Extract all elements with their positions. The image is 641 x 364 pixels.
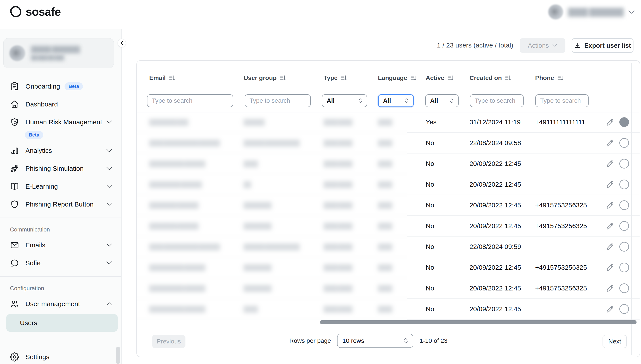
sidebar-item-user-management[interactable]: User management — [0, 295, 121, 313]
select-caret-icon — [450, 98, 454, 104]
horizontal-scrollbar-thumb[interactable] — [320, 320, 636, 324]
row-radio-unselected[interactable] — [619, 159, 629, 168]
column-header-phone[interactable]: Phone — [535, 74, 564, 82]
table-row[interactable]: ██████████ ██████████████ ████████No20/0… — [137, 154, 640, 174]
row-radio-unselected[interactable] — [619, 200, 629, 210]
next-page-button[interactable]: Next — [602, 335, 627, 348]
company-meta-redacted: ██ ███ ██ ███ — [31, 55, 80, 60]
sidebar-item-analytics[interactable]: Analytics — [0, 142, 121, 160]
row-select — [619, 216, 629, 236]
column-header-language[interactable]: Language — [378, 74, 417, 82]
sidebar-item-e-learning[interactable]: E-Learning — [0, 177, 121, 195]
previous-page-button[interactable]: Previous — [152, 335, 186, 348]
sidebar-item-sofie[interactable]: Sofie — [0, 254, 121, 272]
sidebar-item-users[interactable]: Users — [6, 314, 118, 332]
account-menu[interactable]: ████ ███████ — [548, 4, 635, 20]
table-row[interactable]: ██████████ ██████████████ ████████No20/0… — [137, 299, 640, 320]
sidebar-item-onboarding[interactable]: Onboarding Beta — [0, 77, 121, 95]
cell-user-group-redacted: ████ — [244, 154, 257, 174]
column-header-email[interactable]: Email — [149, 74, 176, 82]
sort-icon[interactable] — [169, 75, 176, 81]
cell-created-on: 22/08/2024 09:59 — [469, 236, 521, 257]
sidebar-scrollbar-thumb[interactable] — [116, 347, 120, 364]
filter-search-input-created-on[interactable] — [475, 97, 519, 104]
table-row[interactable]: ████████ ██████████████████ ████████No20… — [137, 195, 640, 216]
row-radio-unselected[interactable] — [619, 221, 629, 231]
sidebar-nav: Onboarding Beta Dashboard Human Risk Man… — [0, 77, 121, 332]
actions-button[interactable]: Actions — [520, 38, 565, 53]
sidebar-item-phishing-simulation[interactable]: Phishing Simulation — [0, 160, 121, 177]
sidebar-item-label: Settings — [26, 353, 49, 361]
filter-select-type[interactable]: All — [322, 94, 367, 107]
edit-user-button[interactable] — [606, 180, 614, 189]
filter-search-input-email[interactable] — [152, 97, 228, 104]
filter-search-input-user-group[interactable] — [250, 97, 306, 104]
sidebar-divider — [0, 218, 121, 218]
sidebar-collapse-button[interactable] — [118, 39, 126, 47]
shield-search-icon — [10, 118, 19, 127]
row-radio-selected[interactable] — [619, 117, 629, 127]
sort-icon[interactable] — [280, 75, 286, 81]
row-radio-unselected[interactable] — [619, 262, 629, 272]
shield-icon — [10, 200, 19, 209]
cell-created-on: 20/09/2022 12:45 — [469, 174, 521, 194]
table-row[interactable]: ██████████ ██████████████████ ████████No… — [137, 257, 640, 278]
sidebar-item-settings[interactable]: Settings — [0, 348, 121, 364]
cell-active: No — [426, 299, 434, 319]
row-radio-unselected[interactable] — [619, 180, 629, 189]
cell-language-redacted: ████ — [378, 133, 392, 153]
export-user-list-button[interactable]: Export user list — [571, 38, 633, 53]
column-header-active[interactable]: Active — [426, 74, 454, 82]
cell-language-redacted: ████ — [378, 257, 392, 278]
table-row[interactable]: ████████ █████████████ ████████Yes31/12/… — [137, 112, 640, 133]
sort-icon[interactable] — [341, 75, 347, 81]
edit-user-button[interactable] — [606, 118, 614, 126]
row-radio-unselected[interactable] — [619, 284, 629, 293]
filter-search-user-group[interactable] — [245, 94, 311, 107]
column-header-created-on[interactable]: Created on — [469, 74, 511, 82]
edit-user-button[interactable] — [606, 242, 614, 251]
sidebar-item-phishing-report-button[interactable]: Phishing Report Button — [0, 195, 121, 213]
edit-user-button[interactable] — [606, 305, 614, 313]
table-row[interactable]: █████████ ████████████ ████████No20/09/2… — [137, 174, 640, 195]
cell-email-redacted: ██████████ ██████ — [149, 299, 205, 319]
table-row[interactable]: ██████████ ██████████████████ ████████No… — [137, 278, 640, 299]
cell-type-redacted: ████ ████ — [324, 236, 352, 257]
filter-select-language[interactable]: All — [378, 94, 414, 107]
row-select — [619, 236, 629, 257]
sort-icon[interactable] — [447, 75, 454, 81]
column-header-type[interactable]: Type — [324, 74, 347, 82]
rows-per-page-select[interactable]: 10 rows — [337, 334, 413, 348]
row-radio-unselected[interactable] — [619, 242, 629, 252]
cell-active: No — [426, 236, 434, 257]
edit-user-button[interactable] — [606, 139, 614, 147]
filter-search-phone[interactable] — [535, 94, 589, 107]
filter-select-active[interactable]: All — [425, 94, 459, 107]
vertical-scrollbar-track[interactable] — [631, 63, 632, 355]
table-row[interactable]: ████ ██████████ ████████████ ███████████… — [137, 236, 640, 257]
row-radio-unselected[interactable] — [619, 138, 629, 148]
edit-user-button[interactable] — [606, 284, 614, 292]
filter-search-created-on[interactable] — [470, 94, 524, 107]
table-row[interactable]: ████████ ██████████████████ ████████No20… — [137, 216, 640, 236]
sort-icon[interactable] — [505, 75, 511, 81]
table-row[interactable]: ████ ██████████ ████████████ ███████████… — [137, 133, 640, 154]
edit-user-button[interactable] — [606, 263, 614, 272]
cell-user-group-redacted: ██████ ██████████ — [244, 133, 299, 153]
row-actions — [606, 216, 614, 236]
sidebar-item-emails[interactable]: Emails — [0, 236, 121, 254]
filter-search-email[interactable] — [147, 94, 233, 107]
sosafe-logo[interactable]: sosafe — [9, 5, 61, 18]
sort-icon[interactable] — [557, 75, 564, 81]
filter-search-input-phone[interactable] — [540, 97, 584, 104]
row-radio-unselected[interactable] — [619, 304, 629, 314]
cell-language-redacted: ████ — [378, 299, 392, 319]
edit-user-button[interactable] — [606, 222, 614, 230]
column-header-user-group[interactable]: User group — [244, 74, 286, 82]
sort-icon[interactable] — [410, 75, 417, 81]
sidebar-item-dashboard[interactable]: Dashboard — [0, 95, 121, 113]
edit-user-button[interactable] — [606, 160, 614, 168]
company-card[interactable]: █████ ███████ ██ ███ ██ ███ — [3, 38, 114, 68]
edit-user-button[interactable] — [606, 201, 614, 210]
sidebar-item-human-risk-management[interactable]: Human Risk Management — [0, 113, 121, 131]
